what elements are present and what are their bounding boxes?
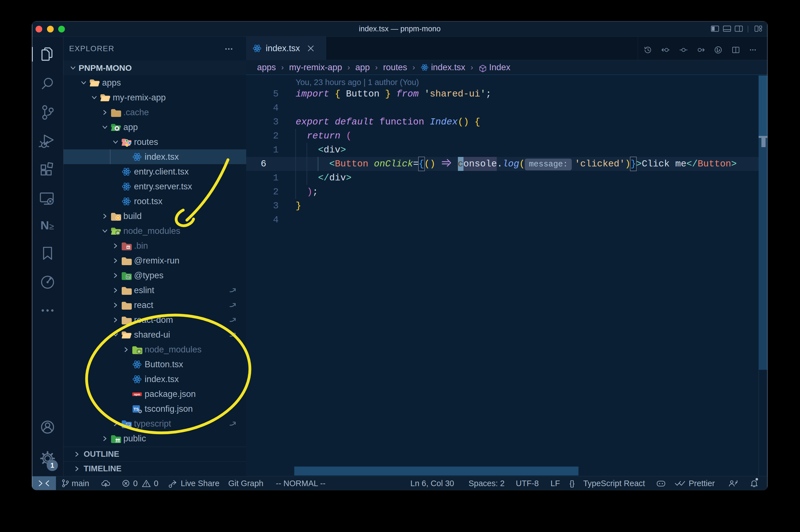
svg-text:TS: TS [133, 407, 139, 412]
svg-text:JS: JS [138, 350, 141, 353]
svg-text:npm: npm [134, 393, 140, 396]
svg-text:TS: TS [127, 424, 130, 427]
svg-text:TS: TS [127, 276, 130, 279]
svg-text:JS: JS [116, 231, 119, 234]
svg-text:N: N [40, 218, 49, 232]
svg-text:01: 01 [127, 246, 130, 249]
svg-text:≥: ≥ [49, 222, 54, 231]
